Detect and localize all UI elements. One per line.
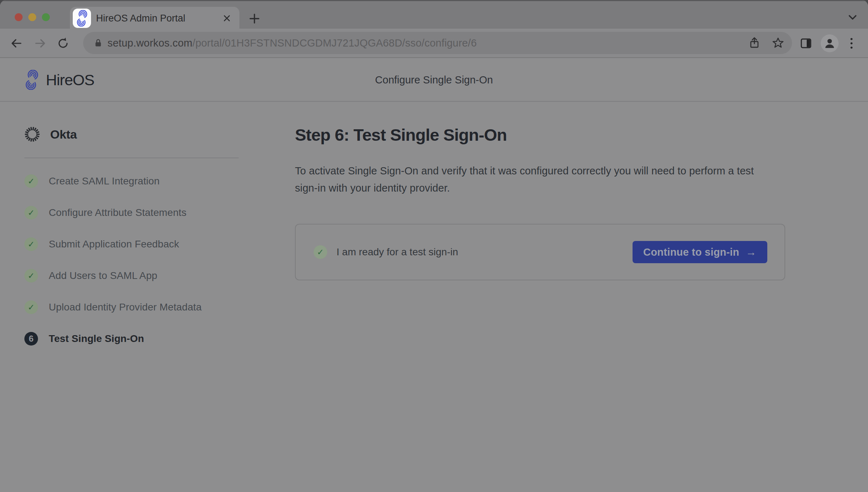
step-number-badge: 6 [24, 332, 38, 346]
arrow-right-icon [34, 37, 47, 50]
chevron-down-icon [847, 14, 858, 21]
bookmark-button[interactable] [772, 37, 784, 49]
sidebar-step-upload-identity-provider-metadata[interactable]: ✓ Upload Identity Provider Metadata [24, 291, 239, 323]
steps-list: ✓ Create SAML Integration ✓ Configure At… [24, 165, 239, 354]
browser-menu-button[interactable] [848, 37, 855, 50]
traffic-light-zoom-button[interactable] [42, 13, 50, 21]
continue-button-label: Continue to sign-in [643, 246, 739, 258]
kebab-menu-icon [848, 37, 855, 50]
tab-search-button[interactable] [847, 14, 858, 21]
content: Okta ✓ Create SAML Integration ✓ Configu… [0, 126, 868, 354]
sidebar-step-configure-attribute-statements[interactable]: ✓ Configure Attribute Statements [24, 197, 239, 228]
page-title: Configure Single Sign-On [0, 58, 868, 102]
readiness-label: I am ready for a test sign-in [337, 246, 458, 258]
reload-button[interactable] [57, 37, 70, 50]
avatar [821, 34, 839, 52]
arrow-left-icon [10, 37, 23, 50]
lock-icon[interactable] [93, 38, 103, 48]
main-panel: Step 6: Test Single Sign-On To activate … [295, 126, 785, 354]
browser-toolbar: setup.workos.com/portal/01H3FSTNSNDCGDMJ… [0, 29, 868, 58]
provider-row: Okta [24, 126, 239, 143]
side-panel-icon [800, 37, 812, 50]
sidebar-step-submit-application-feedback[interactable]: ✓ Submit Application Feedback [24, 228, 239, 260]
check-icon: ✓ [24, 206, 38, 220]
sidebar-step-test-single-sign-on[interactable]: 6 Test Single Sign-On [24, 323, 239, 354]
new-tab-button[interactable] [249, 13, 260, 24]
reload-icon [57, 37, 70, 50]
hireos-favicon-icon [76, 10, 88, 26]
okta-logo-icon [24, 126, 40, 142]
url-path: /portal/01H3FSTNSNDCGDMJ721JQGA68D/sso/c… [192, 37, 477, 49]
traffic-light-close-button[interactable] [15, 13, 23, 21]
browser-window: HireOS Admin Portal [0, 0, 868, 492]
sidebar-divider [24, 158, 239, 158]
check-icon: ✓ [24, 300, 38, 314]
check-icon: ✓ [24, 237, 38, 251]
favicon-box [73, 9, 91, 28]
share-button[interactable] [748, 37, 760, 49]
side-panel-button[interactable] [800, 37, 812, 50]
arrow-right-icon: → [746, 246, 757, 258]
person-icon [822, 36, 837, 50]
active-tab[interactable]: HireOS Admin Portal [70, 7, 239, 30]
provider-name: Okta [50, 127, 77, 141]
page-header: HireOS Configure Single Sign-On [0, 58, 868, 102]
plus-icon [249, 13, 260, 24]
step-heading: Step 6: Test Single Sign-On [295, 126, 785, 144]
tab-strip: HireOS Admin Portal [0, 0, 868, 29]
check-glyph: ✓ [317, 248, 324, 256]
traffic-light-minimize-button[interactable] [28, 13, 36, 21]
test-signin-card: ✓ I am ready for a test sign-in Continue… [295, 224, 785, 280]
close-icon [223, 14, 231, 23]
check-icon: ✓ [314, 245, 327, 259]
sidebar-step-add-users-to-saml-app[interactable]: ✓ Add Users to SAML App [24, 260, 239, 291]
address-bar[interactable]: setup.workos.com/portal/01H3FSTNSNDCGDMJ… [83, 32, 792, 54]
continue-to-signin-button[interactable]: Continue to sign-in → [633, 241, 767, 263]
url-text: setup.workos.com/portal/01H3FSTNSNDCGDMJ… [108, 32, 477, 54]
star-icon [772, 37, 784, 49]
sidebar-step-create-saml-integration[interactable]: ✓ Create SAML Integration [24, 165, 239, 197]
tab-close-button[interactable] [222, 14, 232, 23]
sidebar: Okta ✓ Create SAML Integration ✓ Configu… [24, 126, 239, 354]
forward-button[interactable] [34, 37, 47, 50]
step-description: To activate Single Sign-On and verify th… [295, 162, 757, 197]
tab-title: HireOS Admin Portal [96, 13, 185, 24]
url-domain: setup.workos.com [108, 37, 192, 49]
profile-button[interactable] [821, 34, 839, 52]
back-button[interactable] [10, 37, 23, 50]
readiness-status: ✓ I am ready for a test sign-in [314, 245, 633, 259]
share-icon [748, 37, 760, 49]
check-icon: ✓ [24, 269, 38, 283]
check-icon: ✓ [24, 174, 38, 188]
